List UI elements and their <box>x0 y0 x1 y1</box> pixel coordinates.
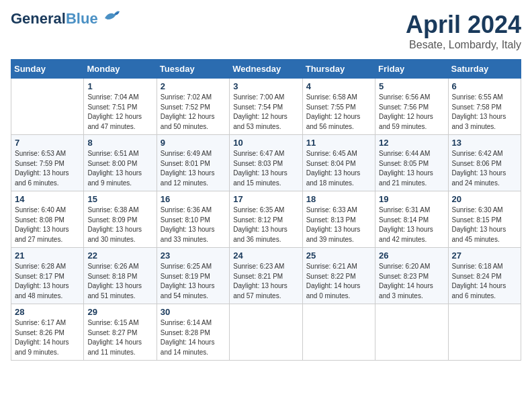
day-info: Sunrise: 6:53 AM Sunset: 7:59 PM Dayligh… <box>15 149 80 188</box>
calendar-cell <box>302 304 375 361</box>
day-number: 4 <box>306 81 371 91</box>
calendar-cell: 6Sunrise: 6:55 AM Sunset: 7:58 PM Daylig… <box>448 79 521 135</box>
calendar-cell: 20Sunrise: 6:30 AM Sunset: 8:15 PM Dayli… <box>448 191 521 248</box>
calendar-cell: 24Sunrise: 6:23 AM Sunset: 8:21 PM Dayli… <box>230 248 302 304</box>
calendar-cell: 5Sunrise: 6:56 AM Sunset: 7:56 PM Daylig… <box>375 79 448 135</box>
calendar-cell: 12Sunrise: 6:44 AM Sunset: 8:05 PM Dayli… <box>375 135 448 191</box>
weekday-header: Tuesday <box>157 60 229 79</box>
calendar-cell: 29Sunrise: 6:15 AM Sunset: 8:27 PM Dayli… <box>84 304 157 361</box>
calendar-cell: 15Sunrise: 6:38 AM Sunset: 8:09 PM Dayli… <box>84 191 157 248</box>
day-info: Sunrise: 6:58 AM Sunset: 7:55 PM Dayligh… <box>306 93 371 132</box>
day-info: Sunrise: 6:56 AM Sunset: 7:56 PM Dayligh… <box>379 93 444 132</box>
day-number: 27 <box>452 250 517 261</box>
page-header: GeneralBlue April 2024 Besate, Lombardy,… <box>11 11 521 51</box>
calendar-cell: 19Sunrise: 6:31 AM Sunset: 8:14 PM Dayli… <box>375 191 448 248</box>
day-number: 16 <box>161 194 226 204</box>
day-info: Sunrise: 6:15 AM Sunset: 8:27 PM Dayligh… <box>87 318 152 357</box>
day-info: Sunrise: 6:20 AM Sunset: 8:23 PM Dayligh… <box>379 262 444 301</box>
calendar-cell: 10Sunrise: 6:47 AM Sunset: 8:03 PM Dayli… <box>230 135 302 191</box>
weekday-header: Friday <box>375 60 448 79</box>
logo-blue: Blue <box>66 10 98 27</box>
calendar-cell: 17Sunrise: 6:35 AM Sunset: 8:12 PM Dayli… <box>230 191 302 248</box>
day-number: 9 <box>161 138 226 148</box>
day-info: Sunrise: 6:44 AM Sunset: 8:05 PM Dayligh… <box>379 149 444 188</box>
day-number: 11 <box>306 138 371 148</box>
day-info: Sunrise: 6:36 AM Sunset: 8:10 PM Dayligh… <box>161 205 226 244</box>
day-number: 18 <box>306 194 371 204</box>
day-number: 29 <box>87 307 152 317</box>
calendar-cell: 22Sunrise: 6:26 AM Sunset: 8:18 PM Dayli… <box>84 248 157 304</box>
month-title: April 2024 <box>406 11 521 39</box>
calendar-cell: 21Sunrise: 6:28 AM Sunset: 8:17 PM Dayli… <box>11 248 84 304</box>
weekday-header: Saturday <box>448 60 521 79</box>
calendar-cell: 23Sunrise: 6:25 AM Sunset: 8:19 PM Dayli… <box>157 248 229 304</box>
day-number: 17 <box>233 194 298 204</box>
day-number: 14 <box>15 194 80 204</box>
location-subtitle: Besate, Lombardy, Italy <box>406 39 521 51</box>
title-block: April 2024 Besate, Lombardy, Italy <box>406 11 521 51</box>
calendar-cell: 14Sunrise: 6:40 AM Sunset: 8:08 PM Dayli… <box>11 191 84 248</box>
weekday-header: Thursday <box>302 60 375 79</box>
calendar-cell: 4Sunrise: 6:58 AM Sunset: 7:55 PM Daylig… <box>302 79 375 135</box>
day-number: 12 <box>379 138 444 148</box>
day-number: 7 <box>15 138 80 148</box>
day-info: Sunrise: 6:55 AM Sunset: 7:58 PM Dayligh… <box>452 93 517 132</box>
day-number: 1 <box>87 81 152 91</box>
logo: GeneralBlue <box>11 11 121 27</box>
day-number: 3 <box>233 81 298 91</box>
day-number: 30 <box>161 307 226 317</box>
day-info: Sunrise: 6:49 AM Sunset: 8:01 PM Dayligh… <box>161 149 226 188</box>
day-info: Sunrise: 6:25 AM Sunset: 8:19 PM Dayligh… <box>161 262 226 301</box>
day-info: Sunrise: 6:45 AM Sunset: 8:04 PM Dayligh… <box>306 149 371 188</box>
day-info: Sunrise: 6:38 AM Sunset: 8:09 PM Dayligh… <box>87 205 152 244</box>
calendar-cell: 25Sunrise: 6:21 AM Sunset: 8:22 PM Dayli… <box>302 248 375 304</box>
calendar-cell: 1Sunrise: 7:04 AM Sunset: 7:51 PM Daylig… <box>84 79 157 135</box>
calendar-cell: 2Sunrise: 7:02 AM Sunset: 7:52 PM Daylig… <box>157 79 229 135</box>
day-info: Sunrise: 6:21 AM Sunset: 8:22 PM Dayligh… <box>306 262 371 301</box>
day-number: 25 <box>306 250 371 261</box>
day-number: 15 <box>87 194 152 204</box>
day-number: 2 <box>161 81 226 91</box>
day-number: 13 <box>452 138 517 148</box>
calendar-cell: 27Sunrise: 6:18 AM Sunset: 8:24 PM Dayli… <box>448 248 521 304</box>
day-info: Sunrise: 6:35 AM Sunset: 8:12 PM Dayligh… <box>233 205 298 244</box>
calendar-cell: 8Sunrise: 6:51 AM Sunset: 8:00 PM Daylig… <box>84 135 157 191</box>
calendar-cell: 9Sunrise: 6:49 AM Sunset: 8:01 PM Daylig… <box>157 135 229 191</box>
calendar-cell: 11Sunrise: 6:45 AM Sunset: 8:04 PM Dayli… <box>302 135 375 191</box>
day-number: 6 <box>452 81 517 91</box>
day-info: Sunrise: 7:00 AM Sunset: 7:54 PM Dayligh… <box>233 93 298 132</box>
calendar-cell: 18Sunrise: 6:33 AM Sunset: 8:13 PM Dayli… <box>302 191 375 248</box>
day-number: 8 <box>87 138 152 148</box>
day-number: 23 <box>161 250 226 261</box>
day-number: 26 <box>379 250 444 261</box>
calendar-cell <box>230 304 302 361</box>
calendar-cell <box>11 79 84 135</box>
day-info: Sunrise: 7:02 AM Sunset: 7:52 PM Dayligh… <box>161 93 226 132</box>
day-info: Sunrise: 6:18 AM Sunset: 8:24 PM Dayligh… <box>452 262 517 301</box>
calendar-cell: 16Sunrise: 6:36 AM Sunset: 8:10 PM Dayli… <box>157 191 229 248</box>
day-info: Sunrise: 6:42 AM Sunset: 8:06 PM Dayligh… <box>452 149 517 188</box>
day-info: Sunrise: 6:31 AM Sunset: 8:14 PM Dayligh… <box>379 205 444 244</box>
day-info: Sunrise: 7:04 AM Sunset: 7:51 PM Dayligh… <box>87 93 152 132</box>
weekday-header: Monday <box>84 60 157 79</box>
weekday-header: Wednesday <box>230 60 302 79</box>
day-number: 28 <box>15 307 80 317</box>
calendar-cell: 30Sunrise: 6:14 AM Sunset: 8:28 PM Dayli… <box>157 304 229 361</box>
day-info: Sunrise: 6:26 AM Sunset: 8:18 PM Dayligh… <box>87 262 152 301</box>
day-info: Sunrise: 6:47 AM Sunset: 8:03 PM Dayligh… <box>233 149 298 188</box>
weekday-header: Sunday <box>11 60 84 79</box>
day-info: Sunrise: 6:51 AM Sunset: 8:00 PM Dayligh… <box>87 149 152 188</box>
day-number: 24 <box>233 250 298 261</box>
calendar-cell: 28Sunrise: 6:17 AM Sunset: 8:26 PM Dayli… <box>11 304 84 361</box>
logo-bird-icon <box>99 9 121 24</box>
calendar-cell <box>448 304 521 361</box>
day-info: Sunrise: 6:28 AM Sunset: 8:17 PM Dayligh… <box>15 262 80 301</box>
day-info: Sunrise: 6:40 AM Sunset: 8:08 PM Dayligh… <box>15 205 80 244</box>
day-info: Sunrise: 6:17 AM Sunset: 8:26 PM Dayligh… <box>15 318 80 357</box>
logo-general: General <box>11 10 66 27</box>
day-number: 19 <box>379 194 444 204</box>
calendar-cell: 7Sunrise: 6:53 AM Sunset: 7:59 PM Daylig… <box>11 135 84 191</box>
calendar-cell <box>375 304 448 361</box>
calendar-cell: 26Sunrise: 6:20 AM Sunset: 8:23 PM Dayli… <box>375 248 448 304</box>
day-number: 21 <box>15 250 80 261</box>
